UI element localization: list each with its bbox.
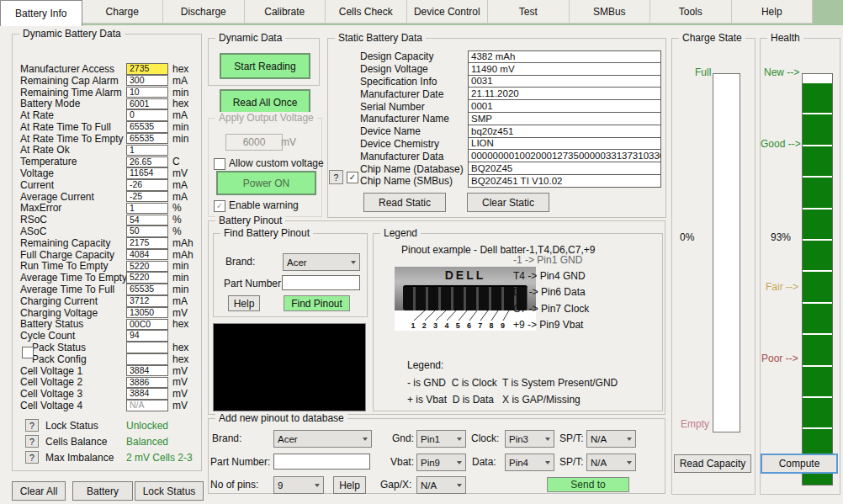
- add-brand-select[interactable]: Acer: [273, 430, 372, 448]
- pinout-mapping-line: T4 -> Pin4 GND: [513, 268, 589, 284]
- add-part-number-input[interactable]: [273, 454, 370, 470]
- field-unit: mV: [168, 388, 188, 400]
- send-to-button[interactable]: Send to: [547, 477, 629, 492]
- find-help-button[interactable]: Help: [228, 295, 260, 311]
- rsoc-input[interactable]: 54: [126, 215, 168, 226]
- manufacturer-date-input[interactable]: 21.11.2020: [468, 87, 661, 100]
- chip-name-smbus-checkbox[interactable]: [347, 172, 358, 183]
- find-brand-select[interactable]: Acer: [283, 253, 360, 271]
- tab-charge[interactable]: Charge: [82, 0, 164, 24]
- clock-select[interactable]: Pin3: [505, 430, 554, 448]
- find-pinout-button[interactable]: Find Pinout: [284, 295, 350, 311]
- pack-status-checkbox[interactable]: [22, 347, 34, 358]
- power-on-button[interactable]: Power ON: [216, 171, 316, 195]
- pack-status-input[interactable]: [126, 342, 168, 353]
- average-current-input[interactable]: -25: [126, 191, 168, 203]
- average-time-to-empty-input[interactable]: 5220: [126, 272, 168, 284]
- spt2-select[interactable]: N/A: [586, 454, 636, 471]
- data-select[interactable]: Pin4: [505, 454, 554, 471]
- row-device-chemistry: Device ChemistryLION: [360, 138, 661, 151]
- vbat-select[interactable]: Pin9: [416, 454, 466, 471]
- manufacturer-name-input[interactable]: SMP: [468, 112, 661, 125]
- group-title: Find Battery Pinout: [220, 227, 313, 239]
- max-imbalance-value: 2 mV Cells 2-3: [126, 452, 193, 464]
- spt1-select[interactable]: N/A: [586, 430, 636, 448]
- tab-cells-check[interactable]: Cells Check: [326, 0, 407, 24]
- gap-x-select[interactable]: N/A: [416, 476, 466, 494]
- field-label: Voltage: [20, 167, 126, 179]
- enable-warning-checkbox[interactable]: [214, 200, 225, 212]
- read-capacity-button[interactable]: Read Capacity: [674, 454, 751, 473]
- specification-info-input[interactable]: 0031: [468, 75, 661, 88]
- pack-config-input[interactable]: [126, 353, 168, 365]
- pin-number: 3: [432, 321, 440, 330]
- battery-mode-input[interactable]: 6001: [126, 98, 168, 110]
- average-time-to-full-input[interactable]: 65535: [126, 284, 168, 295]
- battery-button[interactable]: Battery: [72, 481, 133, 501]
- vbat-label: Vbat:: [390, 456, 414, 468]
- design-voltage-input[interactable]: 11490 mV: [468, 62, 661, 76]
- remaining-time-alarm-input[interactable]: 10: [126, 87, 168, 98]
- tab-calibrate[interactable]: Calibrate: [245, 0, 326, 24]
- group-title: Charge State: [679, 32, 745, 44]
- pin-number: 5: [453, 321, 462, 330]
- find-brand-label: Brand:: [225, 256, 255, 268]
- cell-voltage-2-input[interactable]: 3886: [126, 377, 168, 389]
- run-time-to-empty-input[interactable]: 5220: [126, 261, 168, 273]
- full-charge-capacity-input[interactable]: 4084: [126, 249, 168, 261]
- manufacturer-data-input[interactable]: 0000000010020001273500000331373103303: [468, 149, 661, 162]
- compute-button[interactable]: Compute: [761, 454, 838, 474]
- row-average-current: Average Current-25mA: [20, 191, 192, 203]
- output-voltage-input[interactable]: 6000: [225, 134, 283, 151]
- chip-name-smbus-input[interactable]: BQ20Z451 TI V10.02: [468, 174, 661, 188]
- chip-name-database-input[interactable]: BQ20Z45: [468, 162, 661, 175]
- at-rate-time-to-empty-input[interactable]: 65535: [126, 133, 168, 145]
- maxerror-input[interactable]: 1: [126, 203, 168, 215]
- field-label: Serial Number: [360, 100, 468, 113]
- start-reading-button[interactable]: Start Reading: [220, 53, 310, 79]
- design-capacity-input[interactable]: 4382 mAh: [468, 50, 661, 63]
- tab-device-control[interactable]: Device Control: [407, 0, 489, 24]
- tab-test[interactable]: Test: [488, 0, 570, 24]
- lock-status-button[interactable]: Lock Status: [135, 481, 204, 501]
- lock-status-help-button[interactable]: ?: [25, 419, 39, 432]
- charging-voltage-input[interactable]: 13050: [126, 307, 168, 319]
- allow-custom-voltage-checkbox[interactable]: [214, 158, 225, 170]
- at-rate-input[interactable]: 0: [126, 109, 168, 121]
- legend-label: Legend:: [407, 359, 443, 371]
- cell-voltage-1-input[interactable]: 3884: [126, 365, 168, 377]
- find-part-number-input[interactable]: [282, 275, 360, 290]
- temperature-input[interactable]: 26.65: [126, 157, 168, 168]
- chip-name-help-button[interactable]: ?: [329, 170, 343, 184]
- serial-number-input[interactable]: 0001: [468, 99, 661, 113]
- cells-balance-help-button[interactable]: ?: [25, 435, 39, 448]
- tab-battery-info[interactable]: Battery Info: [0, 0, 82, 26]
- remaining-capacity-input[interactable]: 2175: [126, 237, 168, 249]
- voltage-input[interactable]: 11654: [126, 167, 168, 179]
- at-rate-time-to-full-input[interactable]: 65535: [126, 121, 168, 133]
- cell-voltage-3-input[interactable]: 3884: [126, 388, 168, 400]
- cell-voltage-4-input[interactable]: N/A: [126, 400, 168, 411]
- charging-current-input[interactable]: 3712: [126, 295, 168, 307]
- clear-static-button[interactable]: Clear Static: [467, 193, 549, 212]
- add-help-button[interactable]: Help: [333, 476, 366, 494]
- tab-smbus[interactable]: SMBus: [570, 0, 651, 24]
- gnd-select[interactable]: Pin1: [416, 430, 466, 448]
- device-name-input[interactable]: bq20z451: [468, 125, 661, 138]
- no-of-pins-select[interactable]: 9: [273, 476, 324, 494]
- clear-all-button[interactable]: Clear All: [12, 481, 66, 501]
- device-chemistry-input[interactable]: LION: [468, 137, 661, 151]
- field-unit: min: [168, 272, 188, 284]
- cycle-count-input[interactable]: 94: [126, 330, 168, 342]
- asoc-input[interactable]: 50: [126, 225, 168, 237]
- manufacturer-access-input[interactable]: 2735: [126, 63, 168, 75]
- max-imbalance-help-button[interactable]: ?: [25, 451, 39, 464]
- at-rate-ok-input[interactable]: 1: [126, 145, 168, 157]
- remaining-cap-alarm-input[interactable]: 300: [126, 75, 168, 87]
- battery-status-input[interactable]: 00C0: [126, 319, 168, 331]
- read-static-button[interactable]: Read Static: [363, 193, 446, 212]
- tab-help[interactable]: Help: [732, 0, 814, 24]
- tab-tools[interactable]: Tools: [650, 0, 732, 24]
- tab-discharge[interactable]: Discharge: [163, 0, 245, 24]
- current-input[interactable]: -26: [126, 179, 168, 191]
